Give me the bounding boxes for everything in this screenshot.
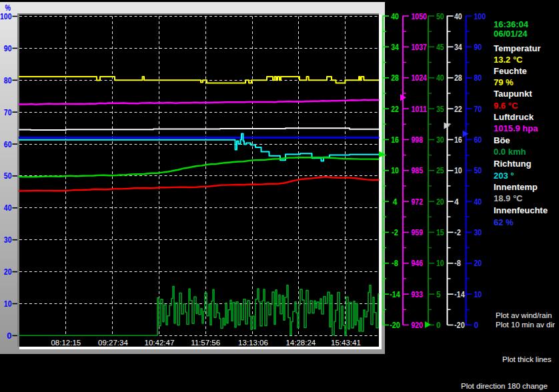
svg-text:62 %: 62 % — [494, 217, 514, 227]
svg-text:34: 34 — [454, 43, 462, 52]
svg-text:10: 10 — [474, 290, 482, 299]
svg-text:10: 10 — [454, 166, 462, 175]
svg-text:18.9 °C: 18.9 °C — [494, 193, 523, 203]
svg-text:-14: -14 — [454, 290, 465, 299]
svg-text:Taupunkt: Taupunkt — [494, 89, 532, 99]
svg-text:14:28:24: 14:28:24 — [286, 339, 316, 347]
svg-text:20: 20 — [4, 267, 12, 277]
svg-text:16:36:04: 16:36:04 — [494, 19, 529, 29]
svg-text:40: 40 — [436, 73, 444, 83]
svg-text:90: 90 — [4, 43, 12, 53]
svg-text:30: 30 — [474, 228, 482, 237]
svg-text:28: 28 — [391, 73, 399, 83]
svg-text:25: 25 — [436, 166, 444, 175]
svg-text:15: 15 — [436, 228, 444, 237]
svg-text:Richtung: Richtung — [494, 159, 531, 169]
svg-text:Temperatur: Temperatur — [494, 43, 541, 53]
svg-text:-2: -2 — [454, 228, 461, 237]
svg-text:22: 22 — [454, 105, 462, 114]
svg-text:0: 0 — [7, 331, 11, 341]
svg-text:4: 4 — [393, 197, 398, 207]
svg-text:100: 100 — [0, 11, 12, 21]
svg-text:09:27:34: 09:27:34 — [98, 339, 128, 347]
svg-text:15:43:41: 15:43:41 — [331, 339, 361, 347]
svg-text:70: 70 — [474, 105, 482, 114]
svg-text:50: 50 — [4, 171, 12, 181]
svg-text:1024: 1024 — [412, 73, 428, 83]
svg-text:100: 100 — [474, 12, 486, 21]
svg-text:40: 40 — [391, 12, 399, 21]
svg-text:998: 998 — [412, 135, 424, 145]
svg-text:1037: 1037 — [412, 43, 428, 52]
svg-text:0.0 kmh: 0.0 kmh — [494, 147, 526, 157]
svg-text:79 %: 79 % — [494, 77, 514, 87]
svg-text:-8: -8 — [454, 259, 461, 268]
svg-text:1050: 1050 — [412, 12, 428, 21]
svg-text:10: 10 — [391, 166, 399, 175]
svg-text:1015.9 hpa: 1015.9 hpa — [494, 123, 538, 133]
svg-text:Luftdruck: Luftdruck — [494, 112, 534, 122]
svg-text:30: 30 — [4, 235, 12, 245]
svg-text:10: 10 — [4, 299, 12, 309]
svg-text:80: 80 — [4, 75, 12, 85]
svg-text:30: 30 — [436, 135, 444, 145]
svg-text:920: 920 — [412, 321, 424, 330]
svg-text:50: 50 — [474, 166, 482, 175]
svg-text:1011: 1011 — [412, 105, 428, 114]
svg-text:40: 40 — [4, 203, 12, 213]
svg-text:-14: -14 — [390, 290, 400, 299]
svg-text:06/01/24: 06/01/24 — [494, 29, 528, 39]
svg-text:985: 985 — [412, 166, 424, 175]
svg-text:90: 90 — [474, 43, 482, 52]
svg-text:Plot thick lines: Plot thick lines — [502, 355, 552, 363]
svg-text:Innentemp: Innentemp — [494, 182, 538, 192]
svg-text:08:12:15: 08:12:15 — [51, 339, 81, 347]
svg-text:13.2 °C: 13.2 °C — [494, 55, 523, 65]
svg-text:-2: -2 — [392, 228, 398, 237]
svg-text:5: 5 — [436, 290, 441, 299]
svg-text:28: 28 — [454, 73, 462, 83]
svg-text:Feuchte: Feuchte — [494, 66, 527, 76]
svg-text:9.6 °C: 9.6 °C — [494, 101, 518, 111]
svg-text:0: 0 — [474, 321, 479, 330]
svg-text:40: 40 — [454, 12, 462, 21]
svg-text:10: 10 — [436, 259, 444, 268]
svg-text:-20: -20 — [390, 321, 400, 330]
svg-text:50: 50 — [436, 12, 444, 21]
svg-text:10:42:47: 10:42:47 — [145, 339, 175, 347]
svg-text:Plot av wind/rain: Plot av wind/rain — [496, 311, 552, 319]
svg-text:4: 4 — [454, 197, 459, 207]
svg-text:0: 0 — [436, 321, 441, 330]
svg-text:20: 20 — [474, 259, 482, 268]
svg-text:Böe: Böe — [494, 135, 510, 145]
svg-text:-20: -20 — [454, 321, 465, 330]
svg-text:20: 20 — [436, 197, 444, 207]
svg-text:60: 60 — [474, 135, 482, 145]
svg-text:Plot 10 min av dir: Plot 10 min av dir — [496, 321, 555, 329]
svg-text:45: 45 — [436, 43, 444, 52]
svg-text:35: 35 — [436, 105, 444, 114]
svg-text:16: 16 — [454, 135, 462, 145]
svg-text:70: 70 — [4, 107, 12, 117]
svg-text:972: 972 — [412, 197, 424, 207]
svg-text:Innenfeuchte: Innenfeuchte — [494, 205, 548, 215]
svg-text:40: 40 — [474, 197, 482, 207]
svg-text:60: 60 — [4, 139, 12, 149]
svg-text:11:57:56: 11:57:56 — [191, 339, 220, 347]
svg-text:16: 16 — [391, 135, 399, 145]
svg-text:959: 959 — [412, 228, 424, 237]
svg-text:34: 34 — [391, 43, 399, 52]
svg-text:946: 946 — [412, 259, 424, 268]
svg-text:22: 22 — [391, 105, 399, 114]
svg-text:Plot direction 180 change: Plot direction 180 change — [461, 382, 548, 390]
svg-text:13:13:06: 13:13:06 — [238, 339, 268, 347]
svg-text:203 °: 203 ° — [494, 171, 514, 181]
svg-text:-8: -8 — [392, 259, 398, 268]
svg-text:933: 933 — [412, 290, 424, 299]
svg-text:80: 80 — [474, 73, 482, 83]
